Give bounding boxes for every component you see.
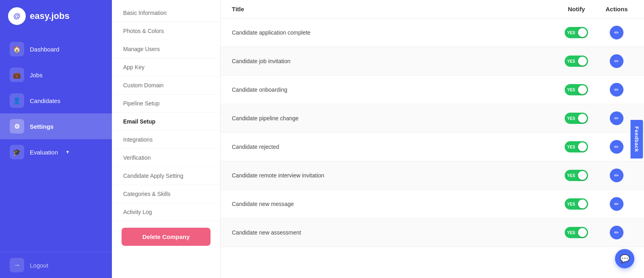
toggle-yes-label: YES [567, 173, 575, 178]
column-notify: Notify [552, 6, 601, 12]
table-header: Title Notify Actions [221, 0, 644, 19]
row-notify-8: YES [552, 227, 601, 238]
delete-company-button[interactable]: Delete Company [122, 228, 211, 246]
table-row: Candidate rejected YES ✏ [221, 133, 644, 161]
logo-icon: @ [8, 7, 26, 25]
row-notify-1: YES [552, 27, 601, 38]
chat-icon: 💬 [620, 254, 630, 264]
sidebar: @ easy.jobs 🏠 Dashboard 💼 Jobs 👤 Candida… [0, 0, 112, 278]
sidebar-nav: 🏠 Dashboard 💼 Jobs 👤 Candidates ⚙ Settin… [0, 32, 112, 252]
submenu-pipeline-setup[interactable]: Pipeline Setup [112, 95, 220, 113]
row-actions-7: ✏ [601, 197, 633, 211]
toggle-thumb [578, 85, 587, 94]
table-row: Candidate job invitation YES ✏ [221, 47, 644, 76]
table-row: Candidate application complete YES ✏ [221, 19, 644, 47]
column-title: Title [232, 6, 552, 12]
row-title-8: Candidate new assessment [232, 229, 552, 236]
sidebar-label-evaluation: Evaluation [30, 149, 58, 156]
row-actions-1: ✏ [601, 26, 633, 39]
table-row: Candidate new assessment YES ✏ [221, 218, 644, 247]
row-actions-6: ✏ [601, 169, 633, 182]
row-title-5: Candidate rejected [232, 144, 552, 150]
chat-button[interactable]: 💬 [615, 249, 634, 268]
submenu-verification[interactable]: Verification [112, 149, 220, 167]
submenu-app-key[interactable]: App Key [112, 58, 220, 76]
row-title-3: Candidate onboarding [232, 86, 552, 93]
sidebar-item-jobs[interactable]: 💼 Jobs [0, 62, 112, 88]
edit-button-4[interactable]: ✏ [610, 111, 623, 125]
table-row: Candidate pipeline change YES ✏ [221, 104, 644, 133]
toggle-8[interactable]: YES [565, 227, 588, 238]
logout-item[interactable]: → Logout [0, 252, 112, 278]
chevron-down-icon: ▼ [65, 149, 70, 155]
edit-button-6[interactable]: ✏ [610, 169, 623, 182]
row-title-7: Candidate new message [232, 201, 552, 207]
toggle-6[interactable]: YES [565, 170, 588, 181]
toggle-yes-label: YES [567, 88, 575, 92]
sidebar-item-evaluation[interactable]: 🎓 Evaluation ▼ [0, 139, 112, 165]
row-notify-5: YES [552, 141, 601, 152]
row-title-1: Candidate application complete [232, 29, 552, 36]
sidebar-item-settings[interactable]: ⚙ Settings [0, 113, 112, 139]
submenu-integrations[interactable]: Integrations [112, 131, 220, 149]
logout-label: Logout [30, 262, 48, 269]
toggle-thumb [578, 142, 587, 151]
row-actions-8: ✏ [601, 226, 633, 239]
toggle-thumb [578, 28, 587, 37]
settings-icon: ⚙ [10, 119, 24, 134]
sidebar-label-jobs: Jobs [30, 72, 43, 78]
toggle-5[interactable]: YES [565, 141, 588, 152]
submenu-manage-users[interactable]: Manage Users [112, 40, 220, 58]
sidebar-item-candidates[interactable]: 👤 Candidates [0, 88, 112, 113]
main-content: Title Notify Actions Candidate applicati… [221, 0, 644, 278]
sidebar-item-dashboard[interactable]: 🏠 Dashboard [0, 36, 112, 62]
sidebar-label-dashboard: Dashboard [30, 46, 59, 53]
sub-sidebar: Basic Information Photos & Colors Manage… [112, 0, 221, 278]
edit-button-8[interactable]: ✏ [610, 226, 623, 239]
logo-text: easy.jobs [30, 11, 70, 21]
toggle-2[interactable]: YES [565, 56, 588, 67]
submenu-custom-domain[interactable]: Custom Domain [112, 76, 220, 95]
edit-button-2[interactable]: ✏ [610, 54, 623, 68]
toggle-yes-label: YES [567, 145, 575, 149]
row-title-2: Candidate job invitation [232, 58, 552, 64]
candidates-icon: 👤 [10, 93, 24, 108]
submenu-candidate-apply-setting[interactable]: Candidate Apply Setting [112, 167, 220, 185]
toggle-yes-label: YES [567, 31, 575, 35]
toggle-7[interactable]: YES [565, 198, 588, 210]
logo-area: @ easy.jobs [0, 0, 112, 32]
toggle-3[interactable]: YES [565, 84, 588, 95]
submenu-activity-log[interactable]: Activity Log [112, 203, 220, 221]
edit-button-3[interactable]: ✏ [610, 83, 623, 97]
submenu-basic-information[interactable]: Basic Information [112, 4, 220, 22]
evaluation-icon: 🎓 [10, 145, 24, 159]
edit-button-7[interactable]: ✏ [610, 197, 623, 211]
toggle-thumb [578, 114, 587, 123]
toggle-yes-label: YES [567, 59, 575, 64]
toggle-yes-label: YES [567, 202, 575, 206]
row-actions-5: ✏ [601, 140, 633, 154]
row-notify-3: YES [552, 84, 601, 95]
toggle-4[interactable]: YES [565, 113, 588, 124]
home-icon: 🏠 [10, 42, 24, 56]
edit-button-5[interactable]: ✏ [610, 140, 623, 154]
submenu-categories-skills[interactable]: Categories & Skills [112, 185, 220, 203]
row-title-6: Candidate remote interview invitation [232, 172, 552, 179]
row-actions-3: ✏ [601, 83, 633, 97]
row-notify-4: YES [552, 113, 601, 124]
table-row: Candidate new message YES ✏ [221, 190, 644, 218]
table-row: Candidate onboarding YES ✏ [221, 76, 644, 104]
sidebar-label-candidates: Candidates [30, 97, 60, 104]
toggle-yes-label: YES [567, 231, 575, 235]
toggle-thumb [578, 228, 587, 237]
column-actions: Actions [601, 6, 633, 12]
toggle-1[interactable]: YES [565, 27, 588, 38]
submenu-photos-colors[interactable]: Photos & Colors [112, 22, 220, 40]
toggle-thumb [578, 57, 587, 66]
row-title-4: Candidate pipeline change [232, 115, 552, 121]
feedback-tab[interactable]: Feedback [631, 120, 643, 159]
edit-button-1[interactable]: ✏ [610, 26, 623, 39]
row-actions-4: ✏ [601, 111, 633, 125]
toggle-thumb [578, 200, 587, 208]
submenu-email-setup[interactable]: Email Setup [112, 113, 220, 131]
